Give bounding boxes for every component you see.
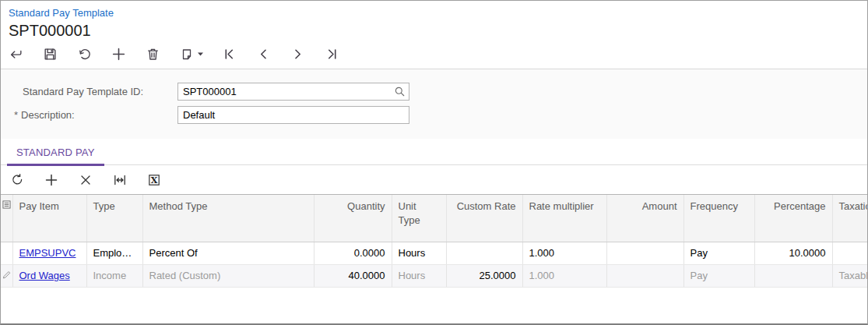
first-record-button[interactable] [222,47,237,62]
first-record-icon [222,47,237,62]
row-settings-header-cell[interactable] [1,195,12,242]
clipboard-icon [180,47,205,62]
record-header: Standard Pay Template SPT000001 [1,1,867,69]
cell-quantity[interactable]: 0.0000 [314,242,392,264]
next-record-button[interactable] [290,47,305,62]
col-type[interactable]: Type [86,195,142,242]
trash-icon [146,47,160,62]
export-to-excel-button[interactable]: X [147,173,161,187]
excel-icon: X [147,173,161,187]
cell-frequency[interactable]: Pay [684,242,754,264]
plus-icon [111,47,126,62]
lookup-icon[interactable] [394,86,406,101]
summary-form: Standard Pay Template ID: *Description: [1,69,867,139]
refresh-icon [10,173,24,187]
col-custom-rate[interactable]: Custom Rate [446,195,522,242]
previous-record-icon [256,47,271,62]
svg-text:X: X [151,175,158,185]
grid-row-1[interactable]: EMPSUPVC Emplo… Percent Of 0.0000 Hours … [1,242,868,264]
col-pay-item[interactable]: Pay Item [12,195,86,242]
col-taxation[interactable]: Taxation [832,195,868,242]
screen-title-link[interactable]: Standard Pay Template [9,7,114,19]
row-1-gutter[interactable] [1,242,12,264]
plus-icon [44,173,58,187]
grid-toolbar: X [1,165,867,194]
cell-percentage[interactable] [754,264,832,287]
standard-pay-grid: Pay Item Type Method Type Quantity Unit … [1,194,868,288]
cell-amount[interactable] [606,264,684,287]
cell-unit-type[interactable]: Hours [392,264,446,287]
description-label: *Description: [1,109,177,121]
col-method-type[interactable]: Method Type [142,195,314,242]
col-amount[interactable]: Amount [606,195,684,242]
undo-icon [77,47,92,62]
save-button[interactable] [43,47,58,62]
refresh-button[interactable] [10,173,24,187]
cell-custom-rate[interactable] [446,242,522,264]
save-icon [43,47,58,62]
cell-quantity[interactable]: 40.0000 [314,264,392,287]
cell-rate-multiplier[interactable]: 1.000 [522,264,606,287]
fit-to-screen-icon [113,173,127,187]
cell-custom-rate[interactable]: 25.0000 [446,264,522,287]
tab-bar: STANDARD PAY [1,139,867,165]
previous-record-button[interactable] [256,47,271,62]
cell-type[interactable]: Emplo… [86,242,142,264]
tab-standard-pay[interactable]: STANDARD PAY [7,139,104,165]
copy-paste-button[interactable] [180,47,205,62]
add-record-button[interactable] [111,47,126,62]
fit-to-screen-button[interactable] [113,173,127,187]
col-unit-type[interactable]: Unit Type [392,195,446,242]
x-icon [79,173,93,187]
delete-record-button[interactable] [146,47,160,62]
cell-method-type[interactable]: Percent Of [142,242,314,264]
row-2-gutter[interactable] [1,264,12,287]
cell-amount[interactable] [606,242,684,264]
standard-pay-template-window: Standard Pay Template SPT000001 [0,0,868,325]
cell-taxation[interactable] [832,242,868,264]
description-input[interactable] [177,106,409,124]
cell-taxation[interactable]: Taxable [832,264,868,287]
col-frequency[interactable]: Frequency [684,195,754,242]
cell-percentage[interactable]: 10.0000 [754,242,832,264]
cell-type[interactable]: Income [86,264,142,287]
col-quantity[interactable]: Quantity [314,195,392,242]
cell-method-type[interactable]: Rated (Custom) [142,264,314,287]
record-id: SPT000001 [9,22,867,40]
edit-pencil-icon [2,270,11,279]
dropdown-caret-icon [198,53,203,56]
template-id-input[interactable] [177,83,409,101]
grid-row-2[interactable]: Ord Wages Income Rated (Custom) 40.0000 … [1,264,868,287]
undo-button[interactable] [77,47,92,62]
cell-unit-type[interactable]: Hours [392,242,446,264]
col-percentage[interactable]: Percentage [754,195,832,242]
main-toolbar [9,47,867,62]
pay-item-link[interactable]: EMPSUPVC [19,247,76,259]
back-arrow-icon [9,47,23,62]
cell-rate-multiplier[interactable]: 1.000 [522,242,606,264]
back-button[interactable] [9,47,23,62]
add-row-button[interactable] [44,173,58,187]
grid-header-row: Pay Item Type Method Type Quantity Unit … [1,195,868,242]
pay-item-link[interactable]: Ord Wages [19,270,70,281]
delete-row-button[interactable] [79,173,93,187]
template-id-label: Standard Pay Template ID: [1,86,177,97]
grid-settings-icon [2,200,11,209]
col-rate-multiplier[interactable]: Rate multiplier [522,195,606,242]
grid-empty-area [1,288,867,323]
next-record-icon [290,47,305,62]
last-record-button[interactable] [325,47,339,62]
required-marker: * [14,109,18,121]
cell-frequency[interactable]: Pay [684,264,754,287]
last-record-icon [325,47,339,62]
